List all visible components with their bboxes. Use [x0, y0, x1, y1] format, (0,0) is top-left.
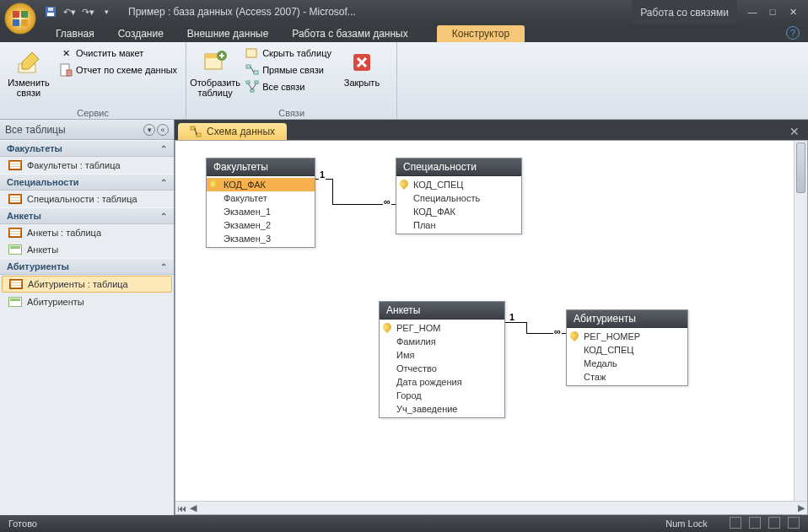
field-key[interactable]: КОД_СПЕЦ	[396, 178, 521, 191]
field-key[interactable]: РЕГ_НОМЕР	[567, 330, 687, 343]
redo-icon[interactable]: ↷▾	[79, 3, 96, 20]
tab-constructor[interactable]: Конструктор	[437, 25, 525, 42]
help-icon[interactable]: ?	[786, 26, 800, 40]
field[interactable]: Специальность	[396, 191, 521, 205]
table-title[interactable]: Абитуриенты	[567, 310, 687, 328]
show-table-button[interactable]: Отобразить таблицу	[191, 46, 239, 98]
svg-rect-10	[67, 70, 72, 76]
report-icon	[59, 63, 73, 77]
undo-icon[interactable]: ↶▾	[61, 3, 78, 20]
nav-group-header[interactable]: Абитуриенты⌃	[0, 258, 174, 275]
field-key[interactable]: КОД_ФАК	[207, 178, 315, 191]
status-text: Готово	[8, 519, 37, 529]
svg-rect-4	[21, 19, 28, 26]
office-button[interactable]	[3, 2, 37, 35]
svg-rect-21	[191, 126, 195, 130]
nav-group-header[interactable]: Факультеты⌃	[0, 140, 174, 157]
rel-many: ∞	[383, 196, 391, 207]
minimize-button[interactable]: ―	[744, 7, 761, 18]
svg-rect-17	[246, 81, 250, 83]
field[interactable]: Экзамен_1	[207, 205, 315, 218]
field[interactable]: Отчество	[380, 362, 504, 375]
window-title: Пример : база данных (Access 2007) - Mic…	[115, 6, 632, 18]
tab-dbtools[interactable]: Работа с базами данных	[280, 25, 419, 42]
nav-collapse-icon[interactable]: «	[157, 124, 169, 136]
qat-more-icon[interactable]: ▾	[98, 3, 115, 20]
nav-group-header[interactable]: Анкеты⌃	[0, 207, 174, 224]
scrollbar-horizontal[interactable]: ⏮ ◀ ▶	[175, 501, 807, 514]
form-icon	[8, 297, 22, 307]
tab-external[interactable]: Внешние данные	[175, 25, 281, 42]
maximize-button[interactable]: □	[764, 7, 781, 18]
view-mode-icon-3[interactable]	[768, 517, 780, 529]
direct-links-button[interactable]: Прямые связи	[242, 62, 335, 78]
field[interactable]: Факультет	[207, 191, 315, 205]
view-mode-icon-4[interactable]	[788, 517, 800, 529]
all-links-button[interactable]: Все связи	[242, 79, 335, 94]
scroll-first-icon[interactable]: ⏮	[175, 503, 187, 513]
schema-report-button[interactable]: Отчет по схеме данных	[56, 62, 180, 78]
field[interactable]: Медаль	[567, 357, 687, 370]
rel-many: ∞	[553, 326, 562, 336]
field[interactable]: Экзамен_3	[207, 232, 315, 245]
scroll-prev-icon[interactable]: ◀	[187, 502, 199, 513]
nav-header[interactable]: Все таблицы ▾«	[0, 120, 174, 140]
close-label: Закрыть	[344, 78, 380, 88]
field[interactable]: КОД_СПЕЦ	[567, 343, 687, 357]
nav-item[interactable]: Абитуриенты : таблица	[2, 276, 172, 293]
form-icon	[8, 245, 22, 255]
scroll-thumb[interactable]	[796, 142, 805, 193]
canvas-tab-schema[interactable]: Схема данных	[178, 123, 287, 140]
field[interactable]: План	[396, 218, 521, 232]
field[interactable]: Стаж	[567, 370, 687, 384]
show-table-icon	[202, 49, 229, 76]
tab-home[interactable]: Главная	[44, 25, 106, 42]
save-icon[interactable]	[42, 3, 59, 20]
field[interactable]: Дата рождения	[380, 375, 504, 389]
field[interactable]: Имя	[380, 348, 504, 362]
ribbon-group-service: Сервис	[5, 107, 180, 119]
nav-item[interactable]: Факультеты : таблица	[0, 157, 174, 174]
rel-one: 1	[319, 169, 326, 180]
tab-create[interactable]: Создание	[106, 25, 175, 42]
nav-filter-icon[interactable]: ▾	[143, 124, 155, 136]
scroll-next-icon[interactable]: ▶	[795, 502, 807, 513]
nav-item[interactable]: Специальности : таблица	[0, 191, 174, 207]
rel-line	[505, 322, 526, 323]
table-title[interactable]: Специальности	[396, 159, 521, 176]
table-box-spec[interactable]: Специальности КОД_СПЕЦ Специальность КОД…	[396, 158, 522, 234]
svg-rect-14	[246, 49, 256, 57]
view-mode-icon-2[interactable]	[749, 517, 761, 529]
clear-layout-button[interactable]: ✕Очистить макет	[56, 46, 180, 61]
clear-icon: ✕	[59, 46, 73, 60]
relationships-canvas[interactable]: Факультеты КОД_ФАК Факультет Экзамен_1 Э…	[175, 140, 808, 515]
nav-group-header[interactable]: Специальности⌃	[0, 174, 174, 191]
close-design-button[interactable]: Закрыть	[338, 46, 385, 88]
table-title[interactable]: Факультеты	[207, 159, 315, 176]
nav-item[interactable]: Анкеты	[0, 241, 174, 258]
table-box-fak[interactable]: Факультеты КОД_ФАК Факультет Экзамен_1 Э…	[206, 158, 315, 248]
svg-point-0	[5, 3, 35, 34]
rel-line	[526, 322, 527, 333]
svg-rect-15	[246, 65, 250, 68]
close-window-button[interactable]: ✕	[784, 7, 801, 18]
nav-item[interactable]: Анкеты : таблица	[0, 224, 174, 241]
field[interactable]: КОД_ФАК	[396, 205, 521, 218]
scrollbar-vertical[interactable]	[794, 141, 807, 501]
field[interactable]: Уч_заведение	[380, 402, 504, 416]
svg-rect-7	[48, 8, 53, 11]
field[interactable]: Экзамен_2	[207, 218, 315, 232]
field-key[interactable]: РЕГ_НОМ	[380, 321, 504, 335]
view-mode-icon-1[interactable]	[730, 517, 741, 529]
hide-table-button[interactable]: Скрыть таблицу	[242, 46, 335, 61]
table-box-ank[interactable]: Анкеты РЕГ_НОМ Фамилия Имя Отчество Дата…	[379, 301, 505, 418]
nav-item[interactable]: Абитуриенты	[0, 293, 174, 310]
table-title[interactable]: Анкеты	[380, 302, 504, 320]
field[interactable]: Город	[380, 389, 504, 402]
svg-rect-16	[254, 71, 258, 74]
table-box-abit[interactable]: Абитуриенты РЕГ_НОМЕР КОД_СПЕЦ Медаль Ст…	[566, 309, 688, 386]
field[interactable]: Фамилия	[380, 335, 504, 348]
canvas-close-button[interactable]: ✕	[786, 123, 803, 140]
edit-links-button[interactable]: Изменить связи	[5, 46, 52, 98]
edit-links-icon	[15, 49, 42, 76]
